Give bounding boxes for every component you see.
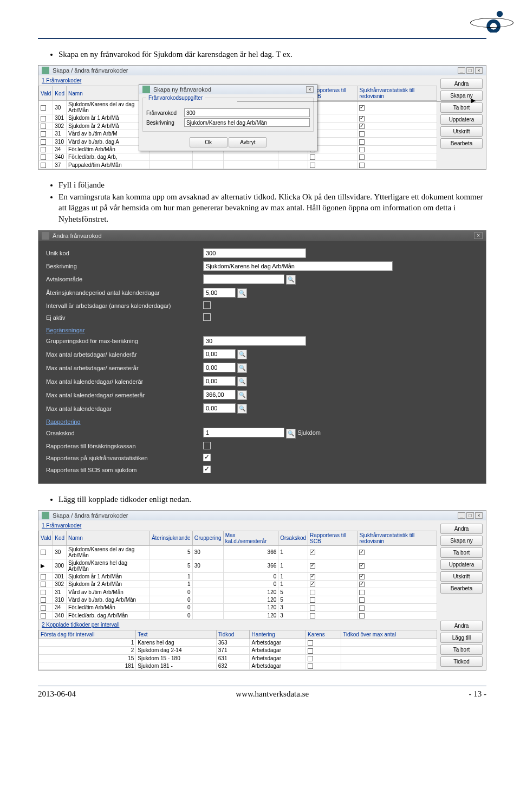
- table-row[interactable]: 30Sjukdom/Karens del av dag Arb/Mån53036…: [39, 545, 437, 559]
- col-header[interactable]: Orsakskod: [278, 531, 308, 545]
- code-input[interactable]: [184, 108, 310, 117]
- side-button[interactable]: Ta bort: [440, 645, 483, 655]
- col-header[interactable]: Namn: [67, 531, 150, 545]
- s2-close-icon[interactable]: ×: [474, 232, 483, 239]
- side-button[interactable]: Ändra: [440, 79, 483, 89]
- checkbox-icon[interactable]: [41, 597, 46, 603]
- checkbox[interactable]: [203, 442, 211, 449]
- minimize-icon[interactable]: _: [458, 67, 465, 74]
- picker-icon[interactable]: 🔍: [237, 363, 247, 373]
- checkbox-icon[interactable]: [310, 590, 315, 595]
- col-header[interactable]: Hantering: [250, 630, 306, 639]
- checkbox-icon[interactable]: [41, 613, 46, 618]
- s3-close-icon[interactable]: ×: [475, 512, 483, 519]
- checkbox-icon[interactable]: [359, 590, 365, 595]
- checkbox-icon[interactable]: [310, 597, 315, 603]
- picker-icon[interactable]: 🔍: [237, 288, 247, 298]
- checkbox-icon[interactable]: [41, 105, 46, 111]
- checkbox-icon[interactable]: [359, 605, 365, 611]
- col-header[interactable]: Återinsjuknande: [150, 531, 192, 545]
- checkbox-icon[interactable]: [308, 640, 313, 646]
- text-input[interactable]: [203, 261, 393, 271]
- checkbox-icon[interactable]: [359, 124, 365, 129]
- checkbox-icon[interactable]: [41, 131, 46, 137]
- table-row[interactable]: 181Sjukdom 181 -632Arbetsdagar: [39, 662, 437, 670]
- checkbox-icon[interactable]: [41, 590, 46, 595]
- checkbox-icon[interactable]: [359, 131, 365, 137]
- side-button[interactable]: Lägg till: [440, 633, 483, 643]
- table-row[interactable]: 34För.led/tim Arb/Mån01203: [39, 604, 437, 611]
- checkbox-icon[interactable]: [359, 582, 365, 587]
- col-header[interactable]: Namn: [67, 86, 150, 101]
- checkbox-icon[interactable]: [41, 582, 46, 587]
- checkbox-icon[interactable]: [359, 613, 365, 618]
- checkbox-icon[interactable]: [41, 154, 46, 160]
- cancel-button[interactable]: Avbryt: [229, 137, 266, 147]
- checkbox-icon[interactable]: [310, 613, 315, 618]
- close-icon[interactable]: ×: [475, 67, 483, 74]
- ok-button[interactable]: Ok: [190, 137, 227, 147]
- side-button[interactable]: Ändra: [440, 621, 483, 631]
- table-row[interactable]: 301Sjukdom år 1 Arb/Mån101: [39, 572, 437, 580]
- col-header[interactable]: Kod: [53, 531, 67, 545]
- picker-icon[interactable]: 🔍: [237, 390, 247, 400]
- side-button[interactable]: Skapa ny: [440, 536, 483, 546]
- checkbox-icon[interactable]: [41, 574, 46, 579]
- checkbox-icon[interactable]: [41, 116, 46, 121]
- checkbox-icon[interactable]: [359, 563, 365, 569]
- table-row[interactable]: 302Sjukdom år 2 Arb/Mån101: [39, 581, 437, 588]
- desc-input[interactable]: [184, 118, 310, 127]
- checkbox-icon[interactable]: [359, 154, 365, 160]
- side-button[interactable]: Ta bort: [440, 547, 483, 558]
- checkbox-icon[interactable]: [310, 154, 315, 160]
- checkbox-icon[interactable]: [310, 563, 315, 569]
- checkbox-icon[interactable]: [310, 550, 315, 555]
- checkbox-icon[interactable]: [359, 163, 365, 168]
- col-header[interactable]: Vald: [39, 86, 53, 101]
- checkbox-icon[interactable]: [359, 139, 365, 145]
- text-input[interactable]: [203, 248, 306, 258]
- side-button[interactable]: Ta bort: [440, 102, 483, 113]
- table-row[interactable]: 340För.led/arb. dag Arb,: [39, 153, 437, 161]
- picker-icon[interactable]: 🔍: [286, 275, 296, 285]
- checkbox-icon[interactable]: [41, 139, 46, 145]
- s3-minimize-icon[interactable]: _: [458, 512, 465, 519]
- col-header[interactable]: Rapporteras till SCB: [308, 531, 358, 545]
- checkbox-icon[interactable]: [310, 163, 315, 168]
- picker-icon[interactable]: 🔍: [237, 377, 247, 386]
- checkbox-icon[interactable]: [359, 105, 365, 111]
- picker-icon[interactable]: 🔍: [237, 350, 247, 359]
- col-header[interactable]: Tidkod: [216, 630, 250, 639]
- table-row[interactable]: 1Karens hel dag363Arbetsdagar: [39, 639, 437, 646]
- checkbox[interactable]: [203, 466, 211, 473]
- col-header[interactable]: Första dag för intervall: [39, 630, 136, 639]
- side-button[interactable]: Utskrift: [440, 126, 483, 137]
- col-header[interactable]: Karens: [306, 630, 341, 639]
- picker-icon[interactable]: 🔍: [286, 429, 296, 439]
- checkbox-icon[interactable]: [359, 147, 365, 152]
- checkbox-icon[interactable]: [310, 582, 315, 587]
- checkbox-icon[interactable]: [41, 163, 46, 168]
- text-input[interactable]: [203, 363, 236, 372]
- text-input[interactable]: [203, 288, 236, 298]
- s3-maximize-icon[interactable]: □: [466, 512, 474, 519]
- col-header[interactable]: Gruppering: [192, 531, 223, 545]
- dialog-close-icon[interactable]: ×: [306, 86, 314, 93]
- side-button[interactable]: Uppdatera: [440, 559, 483, 570]
- checkbox[interactable]: [203, 454, 211, 461]
- checkbox-icon[interactable]: [310, 605, 315, 611]
- text-input[interactable]: [203, 428, 284, 437]
- checkbox-icon[interactable]: [41, 605, 46, 611]
- text-input[interactable]: [203, 403, 236, 413]
- text-input[interactable]: [203, 376, 236, 386]
- checkbox[interactable]: [203, 301, 211, 309]
- checkbox-icon[interactable]: [359, 574, 365, 579]
- checkbox-icon[interactable]: [41, 147, 46, 152]
- text-input[interactable]: [203, 390, 236, 399]
- picker-icon[interactable]: 🔍: [237, 404, 247, 414]
- checkbox-icon[interactable]: [359, 116, 365, 121]
- checkbox-icon[interactable]: [41, 550, 46, 555]
- text-input[interactable]: [203, 274, 284, 284]
- col-header[interactable]: Max kal.d./semesterår: [223, 531, 278, 545]
- side-button[interactable]: Tidkod: [440, 656, 483, 667]
